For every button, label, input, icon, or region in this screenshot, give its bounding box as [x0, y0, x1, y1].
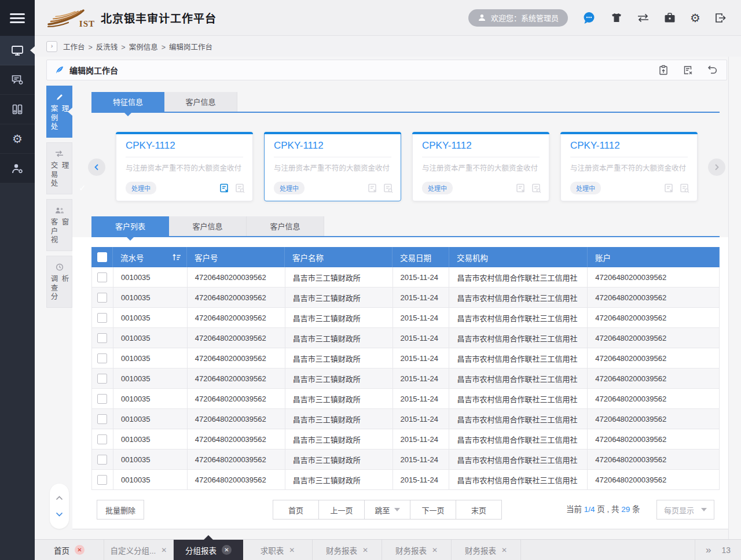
close-tab-icon[interactable]: ✕ — [289, 546, 295, 554]
close-tab-icon[interactable]: ✕ — [501, 546, 507, 554]
col-trade-date[interactable]: 交易日期 — [392, 247, 449, 267]
close-tab-icon[interactable]: ✕ — [161, 546, 167, 554]
remove-document-icon[interactable] — [219, 183, 229, 193]
case-card[interactable]: CPKY-1112 与注册资本严重不符的大额资金收付 处理中 — [560, 132, 698, 201]
table-row[interactable]: 0010035 47206480200039562 昌吉市三工镇财政所 2015… — [91, 267, 720, 288]
tab-customer-list[interactable]: 客户列表 — [91, 216, 169, 237]
last-page-button[interactable]: 末页 — [456, 500, 502, 520]
bottom-tab-finance-report-2[interactable]: 财务报表 ✕ — [382, 540, 452, 560]
breadcrumb-toggle[interactable]: › — [46, 41, 57, 52]
clipboard-submit-icon[interactable] — [658, 65, 669, 75]
sidebar-item-user-management[interactable] — [0, 154, 35, 183]
table-row[interactable]: 0010035 47206480200039562 昌吉市三工镇财政所 2015… — [91, 369, 720, 389]
remove-document-icon[interactable] — [515, 183, 526, 193]
chevron-double-right-icon[interactable]: » — [706, 544, 711, 556]
discard-document-icon[interactable] — [683, 65, 693, 75]
row-checkbox[interactable] — [97, 313, 107, 323]
table-row[interactable]: 0010035 47206480200039562 昌吉市三工镇财政所 2015… — [91, 429, 720, 450]
message-bubble-icon[interactable] — [582, 12, 596, 24]
row-checkbox[interactable] — [97, 353, 107, 363]
bottom-tab-finance-report-3[interactable]: 财务报表 ✕ — [452, 540, 521, 560]
row-checkbox[interactable] — [97, 455, 107, 465]
sidebar-item-system-tools[interactable]: ⚙ — [0, 124, 35, 154]
carousel-next-button[interactable] — [708, 159, 725, 176]
status-badge: 处理中 — [126, 182, 156, 194]
chevron-down-icon[interactable] — [56, 512, 63, 517]
sidebar-item-workbench[interactable] — [0, 36, 35, 65]
breadcrumb-item[interactable]: 编辑岗工作台 — [169, 43, 212, 51]
chevron-up-icon[interactable] — [56, 496, 63, 500]
table-row[interactable]: 0010035 47206480200039562 昌吉市三工镇财政所 2015… — [91, 288, 720, 308]
breadcrumb-item[interactable]: 反洗钱 — [96, 43, 118, 51]
tab-customer-info-2[interactable]: 客户信息 — [247, 216, 324, 237]
case-card-selected[interactable]: CPKY-1112 与注册资本严重不符的大额资金收付 处理中 — [264, 132, 401, 201]
side-tab-transaction-handling[interactable]: 交易处理 — [46, 142, 72, 194]
batch-delete-button[interactable]: 批量删除 — [97, 500, 144, 520]
row-checkbox[interactable] — [97, 394, 107, 404]
row-checkbox[interactable] — [97, 272, 107, 282]
inspect-document-icon[interactable] — [383, 183, 393, 193]
sort-icon[interactable] — [172, 253, 181, 261]
table-row[interactable]: 0010035 47206480200039562 昌吉市三工镇财政所 2015… — [91, 389, 720, 409]
case-card[interactable]: CPKY-1112 与注册资本严重不符的大额资金收付 处理中 — [116, 132, 253, 201]
settings-gear-icon[interactable]: ⚙ — [690, 12, 700, 24]
col-trade-org[interactable]: 交易机构 — [449, 247, 588, 267]
col-customer-name[interactable]: 客户名称 — [285, 247, 392, 267]
select-all-checkbox[interactable] — [97, 252, 107, 262]
inspect-document-icon[interactable] — [679, 183, 689, 193]
table-row[interactable]: 0010035 47206480200039562 昌吉市三工镇财政所 2015… — [91, 328, 720, 348]
bottom-tab-finance-report-1[interactable]: 财务报表 ✕ — [313, 540, 382, 560]
row-checkbox[interactable] — [97, 475, 107, 485]
col-serial-no[interactable]: 流水号 — [113, 247, 187, 267]
sidebar-item-messages[interactable] — [0, 65, 35, 95]
remove-document-icon[interactable] — [663, 183, 674, 193]
case-card[interactable]: CPKY-1112 与注册资本严重不符的大额资金收付 处理中 — [412, 132, 549, 201]
tab-customer-info[interactable]: 客户信息 — [164, 92, 237, 113]
row-checkbox[interactable] — [97, 374, 107, 384]
switch-icon[interactable] — [637, 13, 650, 23]
bottom-tab-group-report[interactable]: 分组报表 ✕ — [174, 540, 243, 560]
row-checkbox[interactable] — [97, 293, 107, 303]
sidebar-item-archives[interactable] — [0, 95, 35, 124]
breadcrumb-item[interactable]: 案例信息 — [129, 43, 158, 51]
bottom-tab-custom-group[interactable]: 自定义分组... ✕ — [104, 540, 174, 560]
close-tab-icon[interactable]: ✕ — [432, 546, 438, 554]
close-tab-icon[interactable]: ✕ — [222, 545, 232, 555]
breadcrumb-item[interactable]: 工作台 — [63, 43, 85, 51]
row-checkbox[interactable] — [97, 434, 107, 444]
col-account[interactable]: 账户 — [588, 247, 720, 267]
prev-page-button[interactable]: 上一页 — [318, 500, 365, 520]
undo-icon[interactable] — [707, 65, 717, 74]
bottom-tab-home[interactable]: 首页 ✕ — [35, 540, 104, 560]
logout-icon[interactable] — [715, 13, 726, 23]
inspect-document-icon[interactable] — [531, 183, 541, 193]
table-row[interactable]: 0010035 47206480200039562 昌吉市三工镇财政所 2015… — [91, 450, 720, 470]
tab-customer-info-1[interactable]: 客户信息 — [169, 216, 247, 237]
col-customer-no[interactable]: 客户号 — [187, 247, 285, 267]
side-tab-investigation-analysis[interactable]: 调查分析 — [46, 256, 72, 308]
jump-to-dropdown[interactable]: 跳至 — [364, 500, 410, 520]
first-page-button[interactable]: 首页 — [273, 500, 319, 520]
bottom-tab-job-form[interactable]: 求职表 ✕ — [243, 540, 313, 560]
user-welcome-pill[interactable]: 欢迎您：系统管理员 — [468, 9, 568, 27]
hamburger-menu-button[interactable] — [0, 0, 35, 36]
table-row[interactable]: 0010035 47206480200039562 昌吉市三工镇财政所 2015… — [91, 409, 720, 429]
inspect-document-icon[interactable] — [234, 183, 245, 193]
header-actions: 欢迎您：系统管理员 ⚙ — [468, 9, 726, 27]
table-row[interactable]: 0010035 47206480200039562 昌吉市三工镇财政所 2015… — [91, 348, 720, 369]
table-row[interactable]: 0010035 47206480200039562 昌吉市三工镇财政所 2015… — [91, 470, 720, 490]
close-tab-icon[interactable]: ✕ — [362, 546, 368, 554]
close-tab-icon[interactable]: ✕ — [75, 545, 85, 555]
briefcase-icon[interactable] — [664, 13, 676, 23]
row-checkbox[interactable] — [97, 333, 107, 343]
tab-feature-info[interactable]: 特征信息 — [91, 92, 164, 113]
row-checkbox[interactable] — [97, 414, 107, 424]
next-page-button[interactable]: 下一页 — [410, 500, 456, 520]
per-page-dropdown[interactable]: 每页显示 — [656, 500, 714, 520]
carousel-prev-button[interactable] — [88, 159, 105, 176]
remove-document-icon[interactable] — [367, 183, 377, 193]
table-row[interactable]: 0010035 47206480200039562 昌吉市三工镇财政所 2015… — [91, 308, 720, 328]
side-tab-customer-view[interactable]: 客户视窗 — [46, 199, 72, 251]
side-tab-case-handling[interactable]: 案例处理 — [46, 86, 72, 138]
theme-shirt-icon[interactable] — [611, 13, 622, 23]
